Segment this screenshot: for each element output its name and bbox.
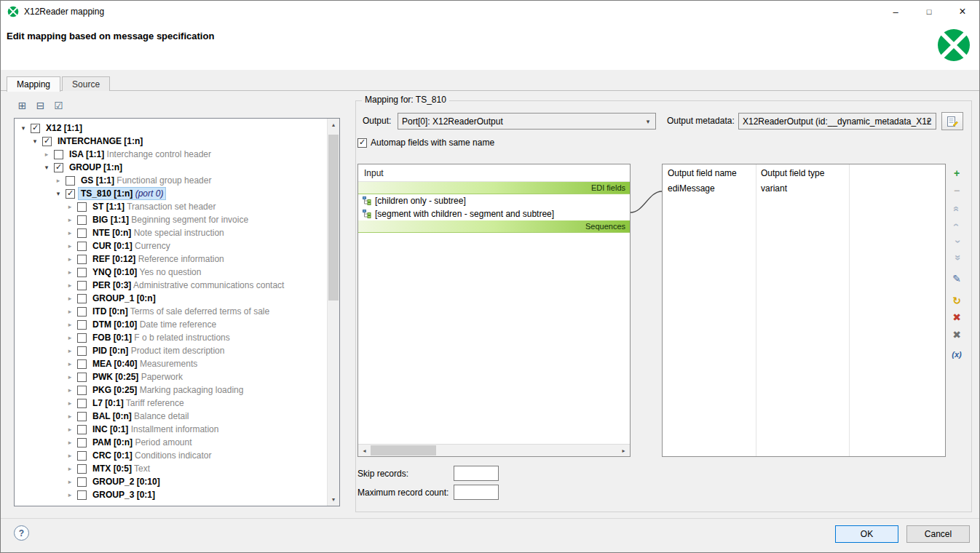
collapse-arrow-icon[interactable]: ▾ [29, 138, 41, 145]
collapse-arrow-icon[interactable]: ▾ [17, 124, 29, 132]
expand-arrow-icon[interactable]: ▸ [64, 334, 76, 341]
tree-item-label[interactable]: ST [1:1] Transaction set header [90, 201, 218, 212]
tree-item-label[interactable]: X12 [1:1] [44, 122, 84, 134]
tree-item-label[interactable]: GROUP_3 [0:1] [90, 489, 157, 501]
tree-item-label[interactable]: GROUP_2 [0:10] [90, 476, 162, 488]
collapse-arrow-icon[interactable]: ▾ [52, 190, 64, 197]
tree-item-checkbox[interactable] [66, 189, 75, 199]
tree-item-label[interactable]: MTX [0:5] Text [90, 463, 152, 474]
ok-button[interactable]: OK [835, 525, 898, 543]
tree-item-label[interactable]: GROUP_1 [0:n] [90, 293, 158, 304]
edit-field-icon[interactable]: ✎ [949, 271, 964, 286]
tree-item-label[interactable]: REF [0:12] Reference information [90, 253, 226, 265]
expand-arrow-icon[interactable]: ▸ [64, 295, 76, 302]
expand-arrow-icon[interactable]: ▸ [64, 268, 76, 276]
tree-scrollbar-thumb[interactable] [328, 135, 339, 301]
tree-item-label[interactable]: GS [1:1] Functional group header [79, 175, 213, 186]
tree-row[interactable]: ▸BAL [0:n] Balance detail [15, 410, 327, 423]
tree-item-checkbox[interactable] [66, 176, 75, 186]
tree-item-label[interactable]: GROUP [1:n] [67, 162, 125, 173]
tab-mapping[interactable]: Mapping [7, 76, 60, 92]
tree-item-checkbox[interactable] [77, 412, 87, 421]
tree-item-checkbox[interactable] [77, 373, 87, 382]
tree-item-checkbox[interactable] [77, 451, 87, 461]
tree-row[interactable]: ▸REF [0:12] Reference information [15, 252, 327, 266]
tree-row[interactable]: ▸GROUP_2 [0:10] [15, 475, 327, 488]
tree-row[interactable]: ▸BIG [1:1] Beginning segment for invoice [15, 213, 327, 226]
skip-records-input[interactable] [454, 466, 499, 481]
tree-row[interactable]: ▸NTE [0:n] Note special instruction [15, 226, 327, 239]
tree-item-checkbox[interactable] [77, 228, 87, 238]
tab-source[interactable]: Source [62, 76, 110, 91]
tree-item-checkbox[interactable] [77, 202, 87, 212]
tree-item-checkbox[interactable] [77, 425, 87, 434]
tree-row[interactable]: ▸ISA [1:1] Interchange control header [15, 148, 327, 161]
tree-item-checkbox[interactable] [54, 163, 63, 172]
clear-all-mappings-icon[interactable]: ✖ [949, 327, 964, 342]
tree-item-label[interactable]: PAM [0:n] Period amount [90, 437, 194, 448]
tree-item-checkbox[interactable] [77, 294, 87, 303]
tree-row[interactable]: ▸GROUP_3 [0:1] [15, 488, 327, 501]
expand-arrow-icon[interactable]: ▸ [64, 203, 76, 210]
tree-item-label[interactable]: PKG [0:25] Marking packaging loading [90, 384, 245, 396]
expand-arrow-icon[interactable]: ▸ [52, 177, 64, 184]
tree-row[interactable]: ▾TS_810 [1:n] (port 0) [15, 187, 327, 200]
clear-mapping-icon[interactable]: ✖ [949, 310, 964, 325]
tree-row[interactable]: ▸PWK [0:25] Paperwork [15, 370, 327, 383]
output-metadata-combo[interactable]: X12ReaderOutput (id:__dynamic_metadata_X… [738, 113, 936, 130]
chevron-down-icon[interactable] [641, 114, 655, 128]
check-elements-icon[interactable]: ☑ [52, 99, 65, 111]
tree-item-label[interactable]: DTM [0:10] Date time reference [90, 319, 218, 330]
tree-row[interactable]: ▾X12 [1:1] [15, 122, 327, 135]
scroll-up-icon[interactable] [328, 119, 339, 131]
expand-arrow-icon[interactable]: ▸ [64, 321, 76, 328]
expand-arrow-icon[interactable]: ▸ [64, 452, 76, 459]
scroll-left-icon[interactable] [358, 445, 371, 456]
add-field-icon[interactable]: + [949, 166, 964, 180]
tree-item-checkbox[interactable] [77, 307, 87, 317]
collapse-arrow-icon[interactable]: ▾ [41, 164, 52, 171]
tree-item-label[interactable]: BAL [0:n] Balance detail [90, 410, 191, 422]
tree-item-label[interactable]: INTERCHANGE [1:n] [55, 135, 145, 147]
tree-vertical-scrollbar[interactable] [327, 119, 339, 506]
tree-row[interactable]: ▸PER [0:3] Administrative communications… [15, 279, 327, 292]
tree-row[interactable]: ▸PAM [0:n] Period amount [15, 436, 327, 449]
tree-item-label[interactable]: YNQ [0:10] Yes no question [90, 266, 203, 278]
expand-arrow-icon[interactable]: ▸ [64, 491, 76, 498]
maximize-button[interactable]: □ [912, 1, 946, 23]
tree-item-checkbox[interactable] [77, 346, 87, 356]
tree-row[interactable]: ▸PID [0:n] Product item description [15, 344, 327, 357]
tree-item-checkbox[interactable] [77, 281, 87, 290]
tree-row[interactable]: ▸YNQ [0:10] Yes no question [15, 266, 327, 279]
expand-arrow-icon[interactable]: ▸ [41, 151, 52, 158]
tree-item-checkbox[interactable] [77, 490, 87, 500]
tree-row[interactable]: ▸L7 [0:1] Tariff reference [15, 397, 327, 410]
output-port-combo[interactable]: Port[0]: X12ReaderOutput [398, 113, 656, 130]
minimize-button[interactable]: – [879, 1, 912, 23]
tree-row[interactable]: ▸ST [1:1] Transaction set header [15, 200, 327, 213]
expand-arrow-icon[interactable]: ▸ [64, 399, 76, 407]
cancel-button[interactable]: Cancel [906, 525, 970, 543]
tree-item-checkbox[interactable] [77, 438, 87, 447]
tree-item-label[interactable]: ITD [0:n] Terms of sale deferred terms o… [90, 306, 272, 317]
tree-item-checkbox[interactable] [77, 477, 87, 487]
tree-item-checkbox[interactable] [77, 464, 87, 474]
input-item-children-only[interactable]: [children only - subtree] [358, 194, 630, 207]
input-horizontal-scrollbar[interactable] [358, 444, 630, 456]
tree-item-label[interactable]: TS_810 [1:n] (port 0) [79, 188, 165, 199]
expand-arrow-icon[interactable]: ▸ [64, 308, 76, 315]
tree-item-checkbox[interactable] [77, 386, 87, 395]
tree-item-label[interactable]: PWK [0:25] Paperwork [90, 371, 185, 383]
tree-item-label[interactable]: ISA [1:1] Interchange control header [67, 148, 213, 160]
max-record-count-input[interactable] [454, 485, 499, 500]
tree-row[interactable]: ▸ITD [0:n] Terms of sale deferred terms … [15, 305, 327, 318]
scroll-down-icon[interactable] [328, 493, 339, 506]
tree-item-checkbox[interactable] [77, 242, 87, 251]
tree-item-checkbox[interactable] [77, 215, 87, 225]
tree-row[interactable]: ▸CUR [0:1] Currency [15, 239, 327, 252]
tree-item-checkbox[interactable] [77, 399, 87, 408]
input-scrollbar-thumb[interactable] [371, 445, 436, 455]
help-button[interactable]: ? [14, 525, 29, 541]
tree-item-label[interactable]: PER [0:3] Administrative communications … [90, 279, 286, 291]
tree-item-label[interactable]: BIG [1:1] Beginning segment for invoice [90, 214, 250, 226]
